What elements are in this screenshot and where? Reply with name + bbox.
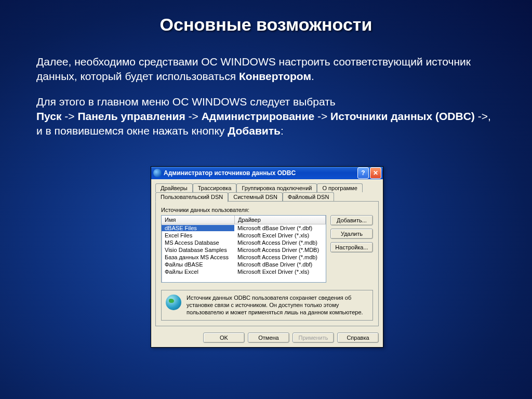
close-button[interactable]: ✕ [370,167,381,179]
table-row[interactable]: Файлы dBASEMicrosoft dBase Driver (*.dbf… [162,261,326,268]
tab-about[interactable]: О программе [317,183,362,192]
remove-button[interactable]: Удалить [330,229,373,239]
column-driver[interactable]: Драйвер [235,216,326,224]
dsn-listview[interactable]: Имя Драйвер dBASE FilesMicrosoft dBase D… [161,215,326,283]
table-row[interactable]: MS Access DatabaseMicrosoft Access Drive… [162,239,326,246]
cell-driver: Microsoft Access Driver (*.mdb) [234,240,326,246]
tab-pooling[interactable]: Группировка подключений [236,183,317,192]
listview-wrap: Имя Драйвер dBASE FilesMicrosoft dBase D… [161,215,373,283]
cell-driver: Microsoft Excel Driver (*.xls) [234,269,326,275]
titlebar[interactable]: Администратор источников данных ODBC ? ✕ [151,167,383,179]
table-row[interactable]: База данных MS AccessMicrosoft Access Dr… [162,254,326,261]
listview-rows: dBASE FilesMicrosoft dBase Driver (*.dbf… [162,224,326,275]
cell-name: Файлы Excel [162,269,234,275]
tab-file-dsn[interactable]: Файловый DSN [283,192,334,202]
path-step-1: Панель управления [77,110,185,122]
cell-name: База данных MS Access [162,254,234,260]
side-buttons: Добавить... Удалить Настройка... [330,215,373,283]
dialog-body: Драйверы Трассировка Группировка подключ… [151,179,383,329]
listview-header[interactable]: Имя Драйвер [162,216,326,224]
tab-system-dsn[interactable]: Системный DSN [228,192,283,202]
tab-user-dsn[interactable]: Пользовательский DSN [155,192,228,202]
paragraph-1: Далее, необходимо средствами ОС WINDOWS … [36,55,496,84]
path-step-0: Пуск [36,110,61,122]
p1-text-c: . [311,70,314,82]
app-icon [153,169,162,177]
cell-name: Visio Database Samples [162,247,234,253]
window-title: Администратор источников данных ODBC [164,169,356,177]
cell-name: MS Access Database [162,240,234,246]
path-step-3: Источники данных (ODBC) [330,110,475,122]
cell-driver: Microsoft Access Driver (*.MDB) [234,247,326,253]
table-row[interactable]: Файлы ExcelMicrosoft Excel Driver (*.xls… [162,268,326,275]
apply-button[interactable]: Применить [292,332,334,343]
tabs: Драйверы Трассировка Группировка подключ… [155,183,379,202]
list-label: Источники данных пользователя: [161,207,373,213]
paragraph-2: Для этого в главном меню ОС WINDOWS след… [36,95,496,139]
p2-colon: : [281,125,284,137]
info-box: Источник данных ODBC пользователя сохран… [161,290,373,321]
cell-driver: Microsoft dBase Driver (*.dbf) [234,225,326,231]
tab-tracing[interactable]: Трассировка [193,183,237,192]
p1-bold: Конвертором [239,70,311,82]
help-button[interactable]: ? [357,167,369,179]
info-text: Источник данных ODBC пользователя сохран… [187,295,368,316]
slide: Основные возможности Далее, необходимо с… [0,0,532,399]
cell-driver: Microsoft Access Driver (*.mdb) [234,254,326,260]
odbc-dialog-wrap: Администратор источников данных ODBC ? ✕… [151,166,383,348]
tab-panel: Источники данных пользователя: Имя Драйв… [155,201,379,326]
cell-driver: Microsoft Excel Driver (*.xls) [234,232,326,238]
p2-intro: Для этого в главном меню ОС WINDOWS след… [36,96,336,108]
ok-button[interactable]: OK [203,332,245,343]
cell-driver: Microsoft dBase Driver (*.dbf) [234,261,326,268]
configure-button[interactable]: Настройка... [330,242,373,252]
add-button[interactable]: Добавить... [330,215,373,225]
table-row[interactable]: Visio Database SamplesMicrosoft Access D… [162,246,326,254]
cell-name: Excel Files [162,232,234,238]
path-step-2: Администрирование [202,110,314,122]
dialog-help-button[interactable]: Справка [337,332,379,343]
footer-buttons: OK Отмена Применить Справка [151,329,383,347]
table-row[interactable]: dBASE FilesMicrosoft dBase Driver (*.dbf… [162,224,326,232]
globe-icon [166,295,181,310]
table-row[interactable]: Excel FilesMicrosoft Excel Driver (*.xls… [162,232,326,239]
odbc-dialog: Администратор источников данных ODBC ? ✕… [151,166,383,348]
cell-name: dBASE Files [162,225,234,231]
slide-title: Основные возможности [36,15,496,35]
tab-drivers[interactable]: Драйверы [155,183,193,192]
cancel-button[interactable]: Отмена [248,332,289,343]
p2-button-name: Добавить [228,125,281,137]
cell-name: Файлы dBASE [162,261,234,268]
column-name[interactable]: Имя [162,216,235,224]
